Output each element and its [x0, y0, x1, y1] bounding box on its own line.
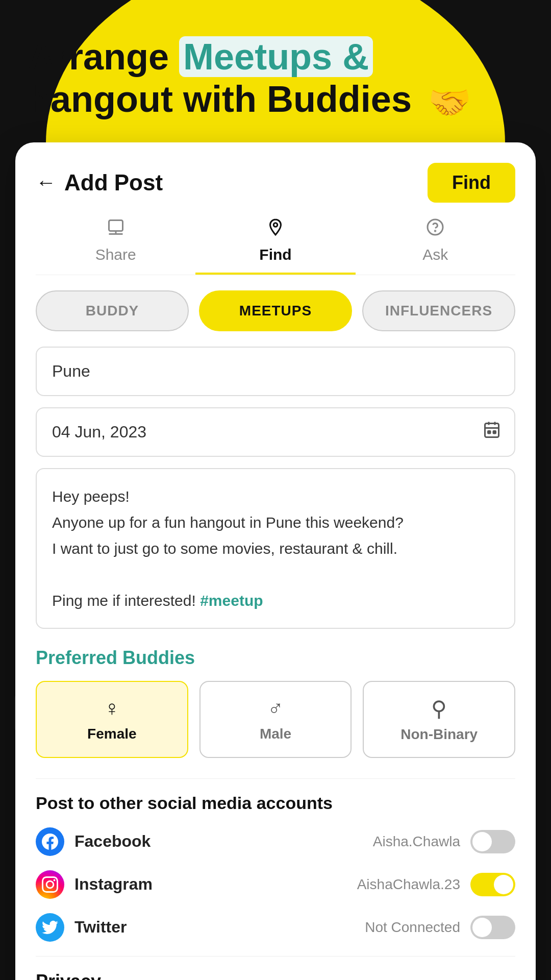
- header-area: Arrange Meetups & hangout with Buddies 🤝: [0, 0, 551, 122]
- tab-ask[interactable]: Ask: [356, 218, 515, 275]
- header-prefix: Arrange: [28, 36, 179, 77]
- facebook-name: Facebook: [74, 832, 151, 851]
- find-button[interactable]: Find: [428, 163, 515, 203]
- instagram-username: AishaChawla.23: [357, 876, 460, 893]
- buddy-male[interactable]: ♂ Male: [199, 681, 352, 758]
- tab-find[interactable]: Find: [195, 218, 355, 275]
- back-button[interactable]: ← Add Post: [36, 170, 163, 195]
- tab-ask-label: Ask: [422, 246, 448, 263]
- social-left-facebook: Facebook: [36, 827, 151, 856]
- facebook-icon-wrap: [36, 827, 64, 856]
- svg-point-13: [273, 223, 278, 227]
- post-textarea[interactable]: Hey peeps!Anyone up for a fun hangout in…: [36, 468, 515, 629]
- ask-icon: [426, 218, 444, 241]
- back-arrow-icon: ←: [36, 171, 56, 194]
- female-icon: ♀: [47, 696, 177, 721]
- nonbinary-icon: ⚲: [374, 696, 504, 721]
- twitter-icon-wrap: [36, 913, 64, 942]
- social-row-facebook: Facebook Aisha.Chawla: [36, 827, 515, 856]
- hashtag: #meetup: [200, 592, 263, 609]
- buddy-options: ♀ Female ♂ Male ⚲ Non-Binary: [36, 681, 515, 758]
- facebook-toggle[interactable]: [470, 830, 515, 853]
- privacy-title: Privacy: [36, 971, 515, 980]
- social-right-twitter: Not Connected: [365, 916, 515, 939]
- card-title: Add Post: [64, 170, 163, 195]
- female-label: Female: [47, 726, 177, 742]
- social-section-title: Post to other social media accounts: [36, 793, 515, 813]
- tab-share[interactable]: Share: [36, 218, 195, 275]
- male-icon: ♂: [211, 696, 341, 721]
- divider-1: [36, 778, 515, 779]
- tab-share-label: Share: [95, 246, 136, 263]
- svg-rect-20: [488, 431, 491, 434]
- date-input[interactable]: [36, 407, 515, 457]
- social-media-section: Post to other social media accounts Face…: [36, 793, 515, 942]
- filter-influencers[interactable]: INFLUENCERS: [362, 290, 515, 331]
- twitter-name: Twitter: [74, 918, 127, 937]
- date-field-wrapper: [36, 407, 515, 457]
- twitter-toggle[interactable]: [470, 916, 515, 939]
- social-right-instagram: AishaChawla.23: [357, 873, 515, 896]
- twitter-icon: [42, 919, 58, 936]
- post-text-container: Hey peeps!Anyone up for a fun hangout in…: [36, 468, 515, 629]
- buddy-female[interactable]: ♀ Female: [36, 681, 188, 758]
- instagram-icon-wrap: [36, 870, 64, 899]
- calendar-icon: [483, 421, 501, 444]
- handshake-icon: 🤝: [428, 82, 471, 122]
- instagram-icon: [42, 876, 58, 893]
- card-header: ← Add Post Find: [36, 163, 515, 203]
- social-row-twitter: Twitter Not Connected: [36, 913, 515, 942]
- post-text-body: Hey peeps!Anyone up for a fun hangout in…: [52, 488, 404, 609]
- tab-navigation: Share Find: [36, 218, 515, 275]
- preferred-buddies-section: Preferred Buddies ♀ Female ♂ Male ⚲ Non-…: [36, 647, 515, 758]
- buddy-nonbinary[interactable]: ⚲ Non-Binary: [363, 681, 515, 758]
- preferred-buddies-title: Preferred Buddies: [36, 647, 515, 669]
- social-left-instagram: Instagram: [36, 870, 153, 899]
- svg-point-15: [435, 231, 436, 232]
- filter-row: BUDDY MEETUPS INFLUENCERS: [36, 290, 515, 331]
- instagram-toggle[interactable]: [470, 873, 515, 896]
- header-title: Arrange Meetups & hangout with Buddies 🤝: [28, 36, 523, 122]
- social-right-facebook: Aisha.Chawla: [373, 830, 515, 853]
- header-highlight: Meetups &: [179, 36, 373, 77]
- social-row-instagram: Instagram AishaChawla.23: [36, 870, 515, 899]
- filter-meetups[interactable]: MEETUPS: [199, 290, 352, 331]
- share-icon: [107, 218, 125, 241]
- filter-buddy[interactable]: BUDDY: [36, 290, 189, 331]
- twitter-username: Not Connected: [365, 919, 460, 936]
- male-label: Male: [211, 726, 341, 742]
- nonbinary-label: Non-Binary: [374, 726, 504, 743]
- svg-rect-16: [485, 424, 499, 437]
- privacy-section: Privacy Share with: [36, 971, 515, 980]
- main-card: ← Add Post Find Share: [15, 142, 536, 980]
- divider-2: [36, 956, 515, 957]
- social-left-twitter: Twitter: [36, 913, 127, 942]
- location-input[interactable]: [36, 347, 515, 396]
- svg-rect-10: [109, 220, 122, 231]
- find-icon: [266, 218, 285, 241]
- svg-rect-21: [493, 431, 496, 434]
- instagram-name: Instagram: [74, 875, 153, 894]
- header-line2: hangout with Buddies: [28, 79, 412, 119]
- tab-find-label: Find: [259, 246, 291, 263]
- facebook-username: Aisha.Chawla: [373, 834, 460, 850]
- facebook-icon: [42, 834, 58, 850]
